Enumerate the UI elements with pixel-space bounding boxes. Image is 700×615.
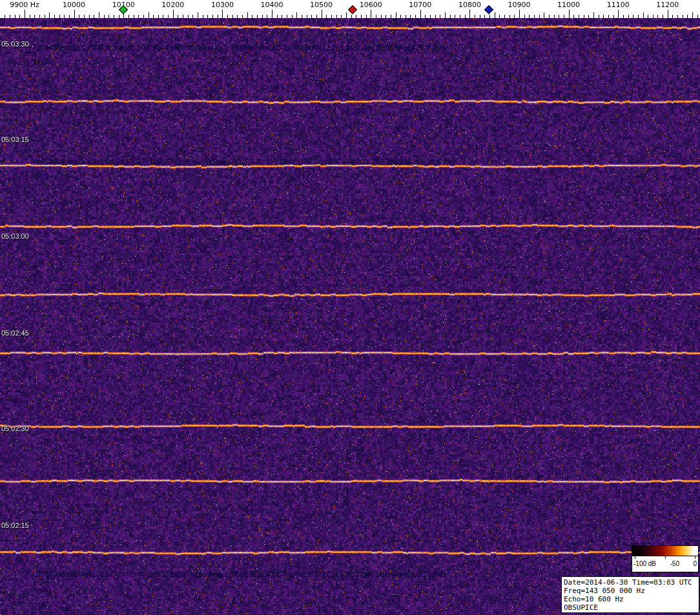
spectrogram-app: 05:03:30 05:03:15 05:03:00 05:02:45 05:0… — [0, 0, 700, 615]
time-label: 05:02:45 — [1, 329, 29, 337]
colorbar-tick — [665, 556, 666, 559]
info-frequency: Freq=143 050 000 Hz — [564, 587, 697, 595]
spectrogram-canvas — [0, 18, 700, 615]
echo-time-offset: ^t+26 — [31, 58, 48, 66]
echo-time-offset: ^t+05 — [31, 585, 48, 593]
colorbar-tick — [635, 556, 635, 559]
info-station: OBSUPICE — [564, 603, 697, 612]
db-colorbar: -100 dB -50 0 — [632, 545, 699, 572]
time-label: 05:02:15 — [1, 521, 29, 529]
colorbar-mid-label: -50 — [670, 560, 679, 567]
echo-annotation: 20140630030309276 hCnt5 nb-87 f10607 hit… — [37, 158, 455, 166]
time-label: 05:02:30 — [1, 425, 29, 432]
colorbar-gradient — [632, 546, 698, 556]
observation-info-box: Date=2014-06-30 Time=03:03 UTC Freq=143 … — [561, 576, 699, 613]
echo-annotation: 20140630030326976 hCnt6 nb-89 f10604 hit… — [37, 44, 445, 52]
colorbar-min-label: -100 dB — [633, 560, 656, 567]
colorbar-max-label: 0 — [693, 560, 697, 567]
time-label: 05:03:15 — [1, 136, 29, 143]
info-date-time: Date=2014-06-30 Time=03:03 UTC — [564, 578, 697, 587]
time-label: 05:03:00 — [1, 232, 29, 240]
time-label: 05:03:30 — [1, 40, 29, 48]
info-echo: Echo=10 600 Hz — [564, 595, 697, 603]
colorbar-tick — [695, 556, 695, 559]
echo-time-offset: ^t+09 — [31, 172, 48, 180]
echo-annotation: 20140630030205180 hCnt4 nb-87 f10557 hit… — [37, 570, 445, 578]
frequency-ruler — [0, 0, 700, 18]
